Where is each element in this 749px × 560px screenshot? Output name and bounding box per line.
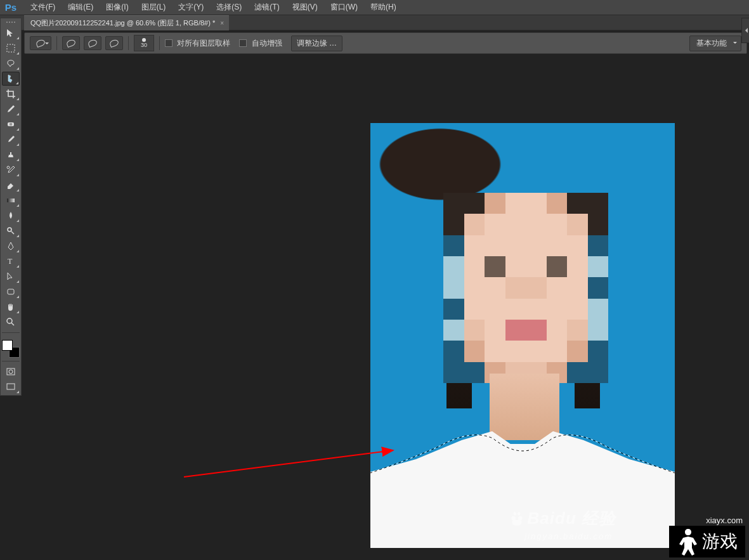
photo-content: [370, 123, 675, 548]
quick-selection-tool[interactable]: [2, 72, 20, 86]
menu-file[interactable]: 文件(F): [24, 0, 62, 15]
selection-marquee: [370, 416, 675, 548]
history-brush-tool[interactable]: [2, 163, 20, 177]
tools-panel: T: [0, 18, 22, 396]
sample-all-layers-option[interactable]: 对所有图层取样: [165, 38, 235, 49]
svg-text:T: T: [8, 257, 13, 266]
document-tab-title: QQ图片202009112252241.jpg @ 60.6% (图层 1, R…: [30, 18, 215, 28]
add-to-selection-button[interactable]: [84, 36, 101, 50]
watermark-game-logo: 游戏: [669, 526, 745, 557]
svg-point-4: [8, 228, 11, 231]
move-tool[interactable]: [2, 26, 20, 40]
brush-plus-icon: [88, 39, 98, 48]
menu-view[interactable]: 视图(V): [286, 0, 324, 15]
tool-preset-dropdown[interactable]: [30, 36, 51, 50]
menu-image[interactable]: 图像(I): [100, 0, 134, 15]
separator: [2, 361, 20, 361]
separator: [2, 332, 20, 333]
expand-panels-button[interactable]: [741, 18, 749, 43]
svg-point-9: [9, 370, 13, 374]
svg-line-11: [184, 450, 393, 477]
auto-enhance-option[interactable]: 自动增强: [239, 38, 287, 49]
crop-tool[interactable]: [2, 87, 20, 101]
gradient-tool[interactable]: [2, 193, 20, 207]
menu-layer[interactable]: 图层(L): [135, 0, 173, 15]
hand-tool[interactable]: [2, 300, 20, 314]
document-tab-bar: QQ图片202009112252241.jpg @ 60.6% (图层 1, R…: [0, 15, 749, 30]
clone-stamp-tool[interactable]: [2, 148, 20, 162]
eyedropper-tool[interactable]: [2, 102, 20, 116]
svg-point-2: [7, 166, 10, 169]
refine-edge-button[interactable]: 调整边缘 …: [291, 36, 342, 51]
type-tool[interactable]: T: [2, 254, 20, 268]
document-tab[interactable]: QQ图片202009112252241.jpg @ 60.6% (图层 1, R…: [24, 15, 229, 30]
checkbox-icon: [239, 39, 247, 47]
checkbox-icon: [165, 39, 173, 47]
sample-all-layers-label: 对所有图层取样: [177, 39, 230, 48]
svg-rect-1: [8, 122, 14, 126]
zoom-tool[interactable]: [2, 315, 20, 329]
quick-mask-toggle[interactable]: [2, 365, 20, 379]
svg-rect-10: [7, 384, 15, 389]
dodge-tool[interactable]: [2, 224, 20, 238]
svg-point-7: [7, 318, 12, 323]
eraser-tool[interactable]: [2, 178, 20, 192]
brush-tool[interactable]: [2, 133, 20, 147]
menu-type[interactable]: 文字(Y): [172, 0, 210, 15]
healing-brush-tool[interactable]: [2, 117, 20, 131]
auto-enhance-label: 自动增强: [252, 39, 282, 48]
options-bar: 30 对所有图层取样 自动增强 调整边缘 … 基本功能: [24, 32, 747, 54]
svg-rect-6: [8, 289, 14, 294]
menu-window[interactable]: 窗口(W): [324, 0, 364, 15]
new-selection-button[interactable]: [62, 36, 80, 50]
shape-tool[interactable]: [2, 285, 20, 299]
canvas-area[interactable]: [24, 55, 749, 560]
menu-edit[interactable]: 编辑(E): [62, 0, 100, 15]
annotation-arrow: [183, 441, 398, 479]
app-logo: Ps: [3, 1, 19, 14]
screen-mode-toggle[interactable]: [2, 380, 20, 394]
separator: [56, 36, 57, 50]
pen-tool[interactable]: [2, 239, 20, 253]
foreground-color-swatch[interactable]: [2, 340, 13, 351]
quick-selection-icon: [36, 39, 46, 48]
subtract-from-selection-button[interactable]: [105, 36, 123, 50]
brush-minus-icon: [109, 39, 120, 48]
marquee-tool[interactable]: [2, 41, 20, 55]
menu-help[interactable]: 帮助(H): [364, 0, 403, 15]
lasso-tool[interactable]: [2, 56, 20, 70]
separator: [159, 36, 160, 50]
brush-icon: [66, 39, 77, 48]
svg-rect-0: [7, 44, 15, 52]
color-swatches[interactable]: [2, 340, 20, 358]
brush-size-value: 30: [141, 42, 147, 48]
document-canvas[interactable]: [370, 123, 675, 548]
brush-picker-dropdown[interactable]: 30: [134, 35, 154, 51]
panel-grip[interactable]: [2, 20, 20, 25]
menu-select[interactable]: 选择(S): [210, 0, 248, 15]
separator: [128, 36, 129, 50]
path-selection-tool[interactable]: [2, 270, 20, 283]
menu-bar: Ps 文件(F) 编辑(E) 图像(I) 图层(L) 文字(Y) 选择(S) 滤…: [0, 0, 749, 15]
svg-rect-3: [7, 199, 15, 202]
menu-filter[interactable]: 滤镜(T): [248, 0, 285, 15]
workspace-switcher[interactable]: 基本功能: [689, 36, 741, 51]
close-tab-button[interactable]: ×: [220, 20, 224, 27]
blur-tool[interactable]: [2, 209, 20, 223]
